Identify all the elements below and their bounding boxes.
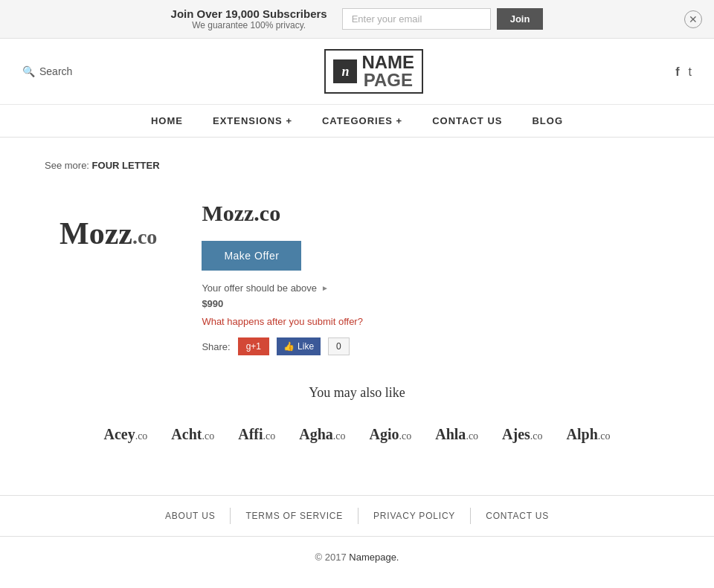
- card-name: Affi: [238, 426, 263, 442]
- domain-logo-large: Mozz.co: [60, 216, 157, 251]
- card-ext: .co: [530, 430, 543, 442]
- fb-like-button[interactable]: 👍 Like: [277, 337, 321, 355]
- domain-card[interactable]: Ajes.co: [490, 419, 554, 450]
- see-more-link[interactable]: FOUR LETTER: [92, 160, 160, 171]
- domain-cards: Acey.coAcht.coAffi.coAgha.coAgio.coAhla.…: [15, 419, 699, 450]
- chevron-right-icon: ►: [321, 284, 329, 292]
- logo[interactable]: n name PAGE: [324, 49, 423, 94]
- header: 🔍 Search n name PAGE f t: [0, 39, 714, 105]
- banner-subtext: We guarantee 100% privacy.: [171, 20, 327, 30]
- logo-icon-box: n: [333, 59, 357, 83]
- footer-brand[interactable]: Namepage.: [349, 552, 399, 563]
- facebook-link[interactable]: f: [675, 64, 679, 80]
- footer-link-item[interactable]: CONTACT US: [471, 508, 564, 524]
- logo-box: n name PAGE: [324, 49, 423, 94]
- domain-card[interactable]: Agio.co: [358, 419, 424, 450]
- domain-name-large: Mozz: [60, 216, 132, 251]
- offer-hint: Your offer should be above ►: [202, 282, 699, 294]
- nav-home[interactable]: HOME: [136, 105, 198, 137]
- nav-extensions[interactable]: EXTENSIONS +: [198, 105, 307, 137]
- domain-card[interactable]: Agha.co: [287, 419, 357, 450]
- card-name: Ahla: [435, 426, 466, 442]
- card-name: Alph: [567, 426, 598, 442]
- card-ext: .co: [598, 430, 611, 442]
- banner-text: Join Over 19,000 Subscribers We guarante…: [171, 7, 327, 30]
- you-may-like-heading: You may also like: [15, 385, 699, 401]
- logo-name: name: [361, 54, 414, 71]
- gplus-button[interactable]: g+1: [238, 337, 269, 355]
- social-links: f t: [675, 64, 692, 80]
- card-name: Ajes: [502, 426, 530, 442]
- footer-copyright: © 2017 Namepage.: [0, 537, 714, 578]
- search-icon: 🔍: [22, 65, 35, 77]
- card-ext: .co: [263, 430, 276, 442]
- nav-contact[interactable]: CONTACT US: [417, 105, 517, 137]
- email-input[interactable]: [342, 8, 491, 30]
- footer-links: ABOUT USTERMS OF SERVICEPRIVACY POLICYCO…: [0, 495, 714, 537]
- footer-link-item[interactable]: TERMS OF SERVICE: [231, 508, 358, 524]
- offer-amount: $990: [202, 298, 699, 309]
- share-row: Share: g+1 👍 Like 0: [202, 337, 699, 355]
- twitter-link[interactable]: t: [689, 64, 692, 80]
- logo-text: name PAGE: [361, 54, 414, 89]
- domain-card[interactable]: Ahla.co: [423, 419, 490, 450]
- footer-link-item[interactable]: PRIVACY POLICY: [358, 508, 471, 524]
- domain-card[interactable]: Alph.co: [555, 419, 623, 450]
- card-ext: .co: [333, 430, 346, 442]
- card-name: Acht: [171, 426, 202, 442]
- domain-card[interactable]: Acht.co: [159, 419, 226, 450]
- domain-display: Mozz.co Mozz.co Make Offer Your offer sh…: [15, 201, 699, 355]
- banner-headline: Join Over 19,000 Subscribers: [171, 7, 327, 20]
- see-more-breadcrumb: See more: FOUR LETTER: [45, 160, 699, 171]
- nav-categories[interactable]: CATEGORIES +: [307, 105, 417, 137]
- share-label: Share:: [202, 341, 230, 352]
- top-banner: Join Over 19,000 Subscribers We guarante…: [0, 0, 714, 39]
- domain-ext-large: .co: [132, 225, 157, 248]
- card-name: Agio: [370, 426, 399, 442]
- fb-count: 0: [328, 337, 350, 355]
- search-trigger[interactable]: 🔍 Search: [22, 65, 72, 77]
- close-banner-button[interactable]: ✕: [684, 10, 702, 28]
- domain-card[interactable]: Affi.co: [226, 419, 287, 450]
- nav-blog[interactable]: BLOG: [517, 105, 578, 137]
- thumbs-up-icon: 👍: [283, 341, 295, 352]
- main-nav: HOME EXTENSIONS + CATEGORIES + CONTACT U…: [0, 105, 714, 138]
- banner-form: Join: [342, 8, 544, 30]
- copyright-year: © 2017: [315, 552, 347, 563]
- offer-link[interactable]: What happens after you submit offer?: [202, 316, 363, 327]
- domain-details: Mozz.co Make Offer Your offer should be …: [202, 201, 699, 355]
- logo-page: PAGE: [361, 71, 414, 89]
- domain-title: Mozz.co: [202, 201, 699, 226]
- see-more-prefix: See more:: [45, 160, 89, 171]
- card-ext: .co: [466, 430, 478, 442]
- join-button[interactable]: Join: [497, 8, 544, 30]
- logo-icon-letter: n: [341, 64, 349, 80]
- search-label: Search: [39, 65, 72, 77]
- card-name: Acey: [103, 426, 135, 442]
- card-ext: .co: [399, 430, 412, 442]
- make-offer-button[interactable]: Make Offer: [202, 241, 301, 271]
- card-ext: .co: [135, 430, 148, 442]
- card-name: Agha: [299, 426, 333, 442]
- card-ext: .co: [202, 430, 214, 442]
- main-content: See more: FOUR LETTER Mozz.co Mozz.co Ma…: [0, 138, 714, 495]
- you-may-like-section: You may also like Acey.coAcht.coAffi.coA…: [15, 385, 699, 450]
- domain-card[interactable]: Acey.co: [91, 419, 159, 450]
- footer-link-item[interactable]: ABOUT US: [150, 508, 231, 524]
